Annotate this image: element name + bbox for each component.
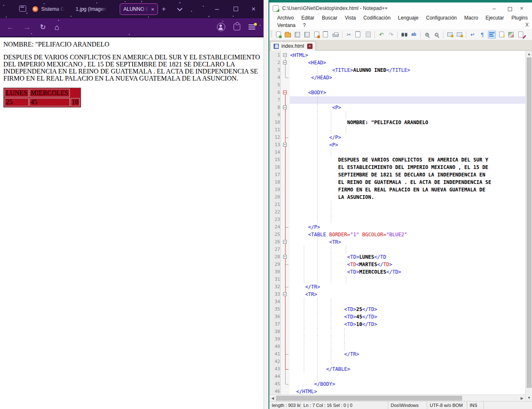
code-line-37[interactable]: 37 <TD>10</TD> (269, 321, 525, 328)
indent-guide-icon[interactable] (488, 31, 496, 39)
fold-collapse-box[interactable] (283, 292, 287, 296)
code-line-26[interactable]: 26 <TR> (269, 238, 525, 246)
code-line-8[interactable]: 8 <P> (269, 104, 525, 111)
menu-item-ejecutar[interactable]: Ejecutar (482, 14, 507, 22)
menu-item-macro[interactable]: Macro (461, 14, 482, 22)
fold-collapse-box[interactable] (283, 143, 287, 147)
document-map-icon[interactable] (498, 31, 505, 39)
code-line-16[interactable]: 16 EL ESTABLECIMIENTO DEL IMPERIO MEXICA… (269, 164, 525, 171)
menu-item-codificación[interactable]: Codificación (360, 14, 394, 22)
code-line-12[interactable]: 12 </P> (269, 134, 525, 141)
sync-vertical-scroll-icon[interactable] (446, 31, 454, 39)
code-editor[interactable]: 1<HTML>2 <HEAD>3 <TITLE>ALUNNO INED</TIT… (269, 51, 525, 394)
tab-index-html[interactable]: index.html × (270, 41, 316, 51)
paste-icon[interactable] (364, 31, 372, 39)
find-icon[interactable] (400, 31, 408, 39)
code-line-45[interactable]: 45 </BODY> (269, 380, 525, 388)
menu-item-ventana[interactable]: Ventana (273, 22, 299, 29)
npp-close-button[interactable]: × (515, 4, 528, 12)
code-line-3[interactable]: 3 <TITLE>ALUNNO INED</TITLE> (269, 66, 525, 74)
code-line-31[interactable]: 31 (269, 276, 525, 283)
scroll-up-arrow[interactable]: ▲ (526, 51, 532, 57)
zoom-out-icon[interactable]: – (433, 31, 441, 39)
code-line-1[interactable]: 1<HTML> (269, 51, 525, 59)
replace-icon[interactable]: ab (410, 31, 418, 39)
code-line-46[interactable]: 46 </HTML> (269, 388, 525, 394)
word-wrap-icon[interactable]: ↵ (469, 31, 477, 39)
sync-horizontal-scroll-icon[interactable] (456, 31, 463, 39)
tab-close-icon[interactable]: × (151, 6, 154, 12)
tab-close-icon[interactable]: × (307, 44, 313, 49)
monitoring-icon[interactable] (517, 31, 525, 39)
code-line-42[interactable]: 42 (269, 358, 525, 365)
fold-collapse-box[interactable] (283, 105, 287, 109)
code-line-36[interactable]: 36 <TD>45</TD> (269, 313, 525, 321)
zoom-in-icon[interactable]: + (423, 31, 431, 39)
undo-icon[interactable]: ↶ (377, 31, 385, 39)
code-line-13[interactable]: 13 <P> (269, 141, 525, 149)
code-line-15[interactable]: 15 DESPUES DE VARIOS CONFLICTOS EN AMERI… (269, 156, 525, 164)
firefox-view-icon[interactable] (19, 5, 26, 12)
account-icon[interactable] (217, 23, 225, 31)
menu-item-vista[interactable]: Vista (341, 14, 360, 22)
code-line-6[interactable]: 6 <BODY> (269, 89, 525, 96)
forward-button[interactable]: → (22, 22, 32, 33)
code-line-34[interactable]: 34 (269, 298, 525, 306)
close-all-icon[interactable] (322, 31, 330, 39)
code-line-33[interactable]: 33 <TR> (269, 291, 525, 298)
horizontal-scrollbar[interactable]: ◀ ▶ (269, 394, 525, 401)
firefox-maximize-button[interactable] (234, 7, 238, 11)
home-button[interactable]: ⌂ (52, 22, 62, 33)
npp-maximize-button[interactable] (508, 7, 512, 11)
print-icon[interactable] (332, 31, 340, 39)
code-line-11[interactable]: 11 (269, 126, 525, 134)
code-line-41[interactable]: 41 </TR> (269, 350, 525, 358)
code-line-2[interactable]: 2 <HEAD> (269, 59, 525, 66)
fold-collapse-box[interactable] (283, 53, 287, 57)
code-line-29[interactable]: 29 <TD<MARTES</TD> (269, 261, 525, 268)
code-line-40[interactable]: 40 (269, 343, 525, 350)
vertical-scrollbar[interactable]: ▲ ▼ (525, 51, 532, 401)
tab-list-chevron-icon[interactable] (177, 6, 182, 11)
code-line-21[interactable]: 21 (269, 201, 525, 208)
menu-item-lenguaje[interactable]: Lenguaje (394, 14, 422, 22)
scroll-left-arrow[interactable]: ◀ (269, 395, 276, 402)
fold-collapse-box[interactable] (283, 61, 287, 64)
code-line-44[interactable]: 44 (269, 373, 525, 380)
code-line-39[interactable]: 39 (269, 336, 525, 343)
save-icon[interactable] (293, 31, 301, 39)
new-tab-button[interactable]: + (159, 4, 169, 14)
scroll-down-arrow[interactable]: ▼ (526, 394, 532, 401)
code-line-9[interactable]: 9 (269, 111, 525, 119)
vscroll-thumb[interactable] (527, 57, 532, 388)
code-line-35[interactable]: 35 <TD>25</TD> (269, 306, 525, 313)
menu-item-archivo[interactable]: Archivo (273, 14, 298, 22)
redo-icon[interactable]: ↷ (387, 31, 395, 39)
code-line-30[interactable]: 30 <TD>MIERCOLES</TD> (269, 268, 525, 276)
new-file-icon[interactable] (274, 31, 282, 39)
show-all-characters-icon[interactable]: ¶ (478, 31, 486, 39)
code-line-4[interactable]: 4 </HEAD> (269, 74, 525, 81)
menu-item-buscar[interactable]: Buscar (318, 14, 341, 22)
code-line-32[interactable]: 32 </TR> (269, 283, 525, 291)
code-line-43[interactable]: 43 </TABLE> (269, 365, 525, 373)
menu-item-help[interactable]: ? (299, 22, 310, 29)
code-line-18[interactable]: 18 EL REINO DE GUATEMALA . EL ACTA DE IN… (269, 179, 525, 186)
code-line-14[interactable]: 14 (269, 149, 525, 156)
menu-item-editar[interactable]: Editar (298, 14, 318, 22)
firefox-close-button[interactable]: × (249, 4, 259, 14)
close-file-icon[interactable] (313, 31, 320, 39)
browser-tab-2[interactable]: 1.jpg (Imagen J (76, 3, 117, 15)
code-line-38[interactable]: 38 (269, 328, 525, 336)
fold-collapse-box[interactable] (283, 255, 287, 259)
code-line-20[interactable]: 20 LA ASUNCION. (269, 193, 525, 201)
extensions-puzzle-icon[interactable] (234, 24, 240, 30)
npp-minimize-button[interactable]: – (488, 4, 500, 12)
copy-icon[interactable] (355, 31, 362, 39)
code-line-25[interactable]: 25 <TABLE BORDER="1" BGCOLOR="BLUE2" (269, 231, 525, 238)
code-line-17[interactable]: 17 SEPTIEMBRE DE 1821 SE DECLARO LA INDE… (269, 171, 525, 179)
scroll-right-arrow[interactable]: ▶ (519, 395, 525, 402)
firefox-minimize-button[interactable]: – (212, 4, 222, 14)
menu-item-configuración[interactable]: Configuración (422, 14, 461, 22)
browser-tab-3[interactable]: ALUNNO IN× (120, 3, 158, 15)
